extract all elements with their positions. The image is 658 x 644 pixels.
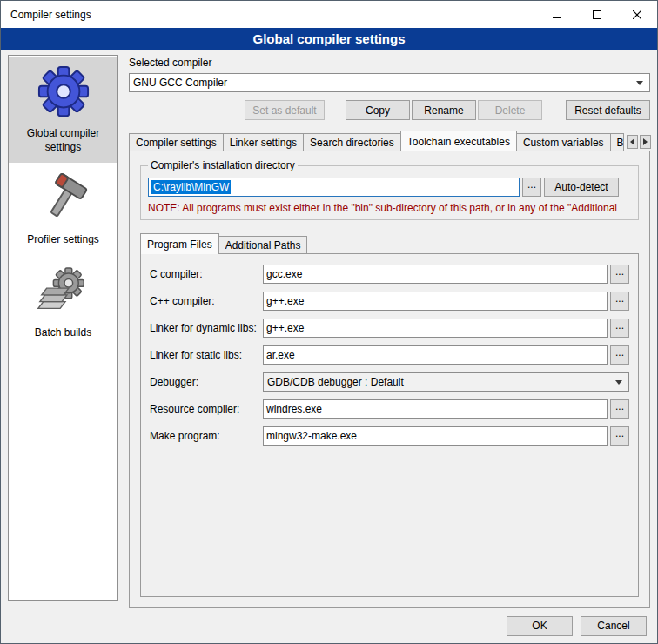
- browse-button[interactable]: ...: [610, 426, 629, 446]
- cpp-compiler-input[interactable]: g++.exe: [263, 292, 608, 311]
- field-row-debugger: Debugger: GDB/CDB debugger : Default: [150, 372, 629, 392]
- set-as-default-button[interactable]: Set as default: [245, 100, 325, 120]
- c-compiler-input[interactable]: gcc.exe: [263, 265, 608, 284]
- minimize-button[interactable]: [537, 1, 577, 28]
- installation-directory-value: C:\raylib\MinGW: [151, 180, 231, 194]
- debugger-value: GDB/CDB debugger : Default: [267, 376, 613, 388]
- close-button[interactable]: [617, 1, 657, 28]
- field-row-static-linker: Linker for static libs: ar.exe ...: [150, 345, 629, 365]
- cancel-button[interactable]: Cancel: [581, 616, 647, 636]
- field-row-resource-compiler: Resource compiler: windres.exe ...: [150, 399, 629, 419]
- tab-toolchain-executables[interactable]: Toolchain executables: [400, 131, 517, 151]
- program-tabs: Program Files Additional Paths: [140, 233, 639, 253]
- page-title: Global compiler settings: [1, 28, 657, 50]
- compiler-settings-dialog: Compiler settings Global compiler settin…: [0, 0, 658, 644]
- field-label: Linker for dynamic libs:: [150, 322, 263, 334]
- field-row-make-program: Make program: mingw32-make.exe ...: [150, 426, 629, 446]
- resource-compiler-input[interactable]: windres.exe: [263, 399, 608, 419]
- sidebar-item-label: Global compiler settings: [11, 127, 115, 154]
- rename-button[interactable]: Rename: [412, 100, 476, 120]
- make-program-input[interactable]: mingw32-make.exe: [263, 426, 608, 446]
- field-row-cpp-compiler: C++ compiler: g++.exe ...: [150, 292, 629, 311]
- browse-button[interactable]: ...: [610, 292, 629, 311]
- close-icon: [633, 10, 641, 19]
- dialog-footer: OK Cancel: [1, 608, 657, 643]
- selected-compiler-label: Selected compiler: [129, 57, 650, 69]
- cpp-compiler-value: g++.exe: [266, 295, 304, 307]
- compiler-tabs: Compiler settings Linker settings Search…: [129, 131, 650, 151]
- arrow-right-icon: [643, 138, 648, 145]
- reset-defaults-button[interactable]: Reset defaults: [566, 100, 650, 120]
- copy-button[interactable]: Copy: [346, 100, 410, 120]
- field-label: Debugger:: [150, 376, 263, 388]
- browse-directory-button[interactable]: ...: [522, 178, 541, 197]
- static-linker-input[interactable]: ar.exe: [263, 345, 608, 365]
- ok-button[interactable]: OK: [507, 616, 573, 636]
- field-label: C++ compiler:: [150, 295, 263, 307]
- installation-directory-group: Compiler's installation directory C:\ray…: [140, 165, 639, 220]
- resource-compiler-value: windres.exe: [266, 403, 322, 415]
- field-label: Make program:: [150, 430, 263, 442]
- field-label: Resource compiler:: [150, 403, 263, 415]
- chevron-down-icon: [634, 81, 646, 85]
- titlebar[interactable]: Compiler settings: [1, 1, 657, 28]
- c-compiler-value: gcc.exe: [266, 268, 302, 280]
- browse-button[interactable]: ...: [610, 319, 629, 338]
- tab-scroll-right-button[interactable]: [640, 135, 651, 149]
- field-label: C compiler:: [150, 268, 263, 280]
- program-files-panel: C compiler: gcc.exe ... C++ compiler: g+…: [140, 253, 639, 597]
- browse-button[interactable]: ...: [610, 265, 629, 284]
- tab-linker-settings[interactable]: Linker settings: [223, 133, 304, 151]
- maximize-icon: [593, 10, 601, 19]
- delete-button[interactable]: Delete: [478, 100, 542, 120]
- field-row-dynamic-linker: Linker for dynamic libs: g++.exe ...: [150, 319, 629, 338]
- profiler-tool-icon: [37, 171, 91, 228]
- tab-build-options[interactable]: Build: [610, 133, 624, 151]
- tab-additional-paths[interactable]: Additional Paths: [218, 236, 308, 253]
- minimize-icon: [553, 10, 561, 19]
- make-program-value: mingw32-make.exe: [266, 430, 357, 442]
- installation-directory-input[interactable]: C:\raylib\MinGW: [148, 178, 520, 197]
- chevron-down-icon: [613, 380, 625, 385]
- sidebar-item-profiler-settings[interactable]: Profiler settings: [9, 163, 118, 256]
- maximize-button[interactable]: [577, 1, 617, 28]
- settings-sidebar: Global compiler settings Profiler settin…: [8, 55, 118, 601]
- toolchain-executables-panel: Compiler's installation directory C:\ray…: [129, 151, 650, 608]
- tab-program-files[interactable]: Program Files: [140, 233, 219, 254]
- auto-detect-button[interactable]: Auto-detect: [544, 178, 619, 197]
- sidebar-item-label: Profiler settings: [27, 233, 99, 247]
- field-label: Linker for static libs:: [150, 349, 263, 361]
- tab-search-directories[interactable]: Search directories: [303, 133, 401, 151]
- browse-button[interactable]: ...: [610, 399, 629, 419]
- bin-subdirectory-note: NOTE: All programs must exist either in …: [148, 202, 631, 214]
- selected-compiler-select[interactable]: GNU GCC Compiler: [129, 73, 650, 92]
- tab-custom-variables[interactable]: Custom variables: [516, 133, 611, 151]
- sidebar-item-label: Batch builds: [35, 326, 91, 340]
- browse-button[interactable]: ...: [610, 345, 629, 365]
- gear-icon: [37, 65, 91, 122]
- sidebar-item-global-compiler-settings[interactable]: Global compiler settings: [9, 57, 118, 163]
- tab-scroll-left-button[interactable]: [627, 135, 638, 149]
- dynamic-linker-input[interactable]: g++.exe: [263, 319, 608, 338]
- sidebar-item-batch-builds[interactable]: Batch builds: [9, 256, 118, 349]
- window-title: Compiler settings: [1, 1, 537, 28]
- tab-compiler-settings[interactable]: Compiler settings: [129, 133, 224, 151]
- batch-builds-icon: [37, 265, 91, 321]
- static-linker-value: ar.exe: [266, 349, 295, 361]
- debugger-select[interactable]: GDB/CDB debugger : Default: [263, 372, 629, 392]
- arrow-left-icon: [630, 138, 634, 145]
- selected-compiler-value: GNU GCC Compiler: [133, 77, 634, 89]
- installation-directory-group-title: Compiler's installation directory: [148, 159, 298, 171]
- field-row-c-compiler: C compiler: gcc.exe ...: [150, 265, 629, 284]
- dynamic-linker-value: g++.exe: [266, 322, 304, 334]
